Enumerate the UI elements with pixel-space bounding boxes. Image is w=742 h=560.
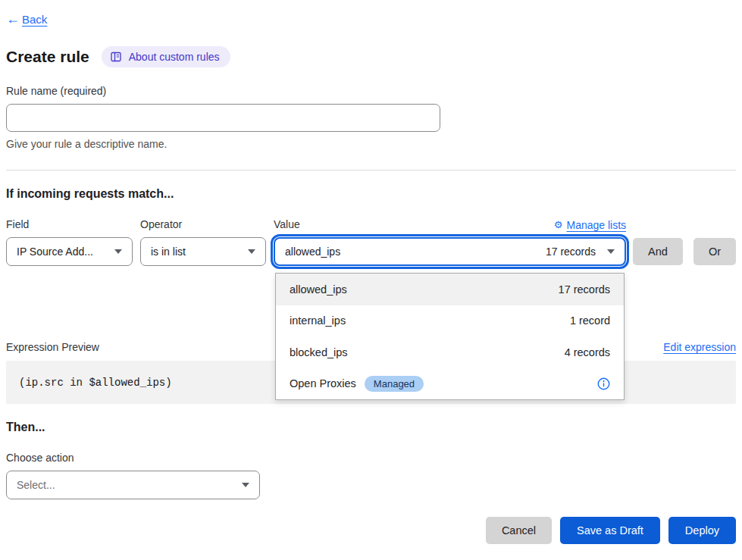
action-select-placeholder: Select... <box>17 479 55 491</box>
info-icon[interactable] <box>597 377 610 390</box>
operator-select-value: is in list <box>151 246 186 258</box>
back-nav: ← Back <box>6 12 736 26</box>
choose-action-label: Choose action <box>6 452 736 464</box>
managed-badge: Managed <box>365 376 424 392</box>
value-select-records: 17 records <box>546 246 596 258</box>
value-column: Value ⚙ Manage lists allowed_ips 17 reco… <box>274 219 626 266</box>
title-row: Create rule About custom rules <box>6 46 736 67</box>
save-as-draft-button[interactable]: Save as Draft <box>560 517 660 544</box>
footer-actions: Cancel Save as Draft Deploy <box>6 517 736 544</box>
section-divider <box>6 170 736 171</box>
value-select-value: allowed_ips <box>285 246 340 258</box>
condition-row: Field IP Source Add... Operator is in li… <box>6 219 736 266</box>
field-select[interactable]: IP Source Add... <box>6 237 133 266</box>
match-heading: If incoming requests match... <box>6 187 736 201</box>
gear-icon: ⚙ <box>554 220 563 230</box>
list-option-records: 17 records <box>559 283 611 296</box>
list-option-records: 4 records <box>565 346 610 358</box>
field-column: Field IP Source Add... <box>6 219 133 266</box>
value-select-wrap: allowed_ips 17 records allowed_ips 17 re… <box>274 237 626 266</box>
value-label: Value <box>274 219 300 230</box>
manage-lists-label[interactable]: Manage lists <box>566 219 626 231</box>
cancel-button[interactable]: Cancel <box>486 517 552 544</box>
list-option-records: 1 record <box>570 314 610 327</box>
deploy-button[interactable]: Deploy <box>668 517 736 544</box>
rule-name-label: Rule name (required) <box>6 86 736 97</box>
value-label-row: Value ⚙ Manage lists <box>274 219 626 230</box>
rule-name-input[interactable] <box>6 104 440 132</box>
list-option-name: allowed_ips <box>290 283 347 296</box>
and-button[interactable]: And <box>633 238 683 265</box>
list-option-name: Open Proxies <box>290 377 356 389</box>
value-select[interactable]: allowed_ips 17 records <box>274 237 626 266</box>
chevron-down-icon <box>242 483 249 487</box>
book-icon <box>110 51 122 63</box>
value-select-right: 17 records <box>546 246 615 258</box>
operator-column: Operator is in list <box>140 219 266 266</box>
list-option-left: Open Proxies Managed <box>290 376 424 392</box>
manage-lists-link[interactable]: ⚙ Manage lists <box>554 219 626 231</box>
field-select-value: IP Source Add... <box>17 246 93 258</box>
about-custom-rules-label: About custom rules <box>129 51 220 63</box>
expression-code: (ip.src in $allowed_ips) <box>19 377 172 389</box>
rule-name-group: Rule name (required) Give your rule a de… <box>6 86 736 150</box>
about-custom-rules-link[interactable]: About custom rules <box>102 46 230 67</box>
or-button[interactable]: Or <box>693 238 736 265</box>
chevron-down-icon <box>248 249 255 254</box>
and-or-buttons: And Or <box>633 219 736 265</box>
list-option-name: internal_ips <box>290 314 346 327</box>
operator-select[interactable]: is in list <box>140 237 266 266</box>
list-option-allowed-ips[interactable]: allowed_ips 17 records <box>276 274 624 305</box>
operator-label: Operator <box>140 219 266 230</box>
list-option-open-proxies[interactable]: Open Proxies Managed <box>276 368 624 400</box>
list-option-internal-ips[interactable]: internal_ips 1 record <box>276 305 624 337</box>
chevron-down-icon <box>607 249 615 254</box>
list-dropdown-menu: allowed_ips 17 records internal_ips 1 re… <box>275 273 625 400</box>
back-link[interactable]: Back <box>22 13 47 26</box>
edit-expression-link[interactable]: Edit expression <box>663 341 736 353</box>
list-option-blocked-ips[interactable]: blocked_ips 4 records <box>276 336 624 368</box>
action-select[interactable]: Select... <box>6 471 260 499</box>
expression-preview-label: Expression Preview <box>6 341 99 353</box>
back-arrow-icon: ← <box>6 12 20 26</box>
field-label: Field <box>6 219 133 230</box>
chevron-down-icon <box>114 249 122 254</box>
page-title: Create rule <box>6 48 89 66</box>
list-option-name: blocked_ips <box>290 346 348 358</box>
then-heading: Then... <box>6 421 736 434</box>
rule-name-helper: Give your rule a descriptive name. <box>6 138 736 150</box>
